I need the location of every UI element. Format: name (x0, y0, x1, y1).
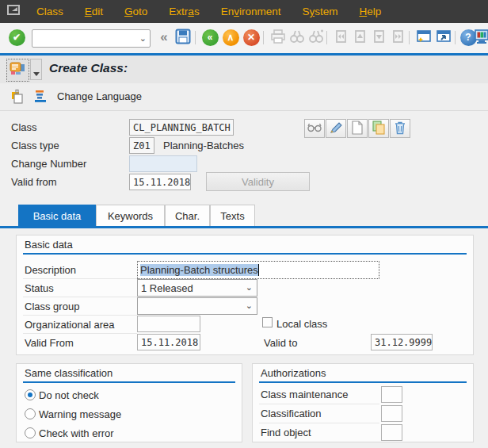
org-area-input[interactable] (137, 316, 200, 332)
collapse-icon: « (160, 29, 167, 45)
change-language-button[interactable] (32, 88, 51, 107)
create-button[interactable] (347, 119, 368, 138)
display-button[interactable] (304, 119, 325, 138)
copy-template-button[interactable] (8, 88, 27, 107)
valid-from-input[interactable]: 15.11.2018 (129, 174, 191, 190)
valid-from-label: Valid from (11, 176, 57, 188)
chevron-down-icon: ⌄ (246, 301, 253, 311)
standard-toolbar: ✔ ⌄ « « ∧ ✕ (0, 23, 488, 53)
change-language-label[interactable]: Change Language (57, 90, 142, 102)
menu-edit[interactable]: Edit (85, 6, 103, 17)
radio-1-label[interactable]: Warning message (39, 408, 121, 420)
tab-char[interactable]: Char. (165, 205, 210, 226)
menu-environment[interactable]: Environment (221, 6, 281, 17)
create-shortcut-button[interactable] (435, 29, 452, 46)
previous-page-button (352, 29, 369, 46)
new-session-icon (416, 29, 432, 47)
class-input[interactable]: CL_PLANNING_BATCH (129, 119, 234, 136)
menu-system[interactable]: System (302, 6, 337, 17)
find-icon (289, 29, 305, 47)
local-class-checkbox[interactable] (262, 317, 273, 327)
description-input[interactable]: Planning-Batch structures (137, 261, 379, 279)
title-bar: Create Class: (0, 56, 488, 83)
basic-data-group: Basic data Description Planning-Batch st… (16, 235, 474, 355)
class-group-label: Class group (25, 301, 79, 312)
status-dropdown[interactable]: 1 Released ⌄ (137, 279, 257, 297)
validity-button: Validity (206, 172, 310, 191)
copy-template-icon (10, 89, 25, 107)
tab-texts[interactable]: Texts (210, 205, 255, 226)
enter-button[interactable]: ✔ (8, 29, 25, 46)
delete-button[interactable] (390, 119, 410, 138)
chevron-down-icon (33, 72, 40, 76)
tab-basic-data[interactable]: Basic data (18, 205, 96, 226)
class-group-dropdown[interactable]: ⌄ (137, 297, 257, 315)
back-button[interactable]: « (201, 29, 219, 46)
copy-button[interactable] (368, 119, 389, 138)
customize-layout-button[interactable] (475, 29, 488, 46)
title-menu-arrow-button[interactable] (30, 59, 42, 80)
next-page-icon (372, 29, 387, 47)
menu-goto[interactable]: Goto (124, 6, 147, 17)
services-for-object-button[interactable] (6, 59, 29, 82)
group-accent-line (23, 381, 235, 383)
create-shortcut-icon (436, 29, 452, 47)
valid-from-tab-input[interactable]: 15.11.2018 (137, 334, 200, 350)
class-maintenance-label: Class maintenance (261, 389, 349, 400)
new-session-button[interactable] (415, 29, 433, 46)
menu-class[interactable]: Class (36, 6, 63, 17)
valid-to-label: Valid to (264, 337, 297, 349)
screen-title: Create Class: (49, 61, 128, 75)
find-object-input[interactable] (381, 424, 402, 441)
back-icon: « (202, 29, 219, 46)
radio-0[interactable] (25, 389, 36, 400)
last-page-button (390, 29, 407, 46)
first-page-icon (334, 29, 349, 47)
radio-0-label[interactable]: Do not check (39, 389, 99, 401)
command-dropdown-icon[interactable]: ⌄ (139, 33, 147, 44)
exit-button[interactable]: ∧ (222, 29, 239, 46)
system-menu-icon[interactable] (7, 5, 22, 19)
class-type-input[interactable]: Z01 (129, 137, 154, 154)
radio-2[interactable] (25, 427, 36, 438)
chevron-down-icon: ⌄ (246, 282, 253, 293)
find-button (288, 29, 306, 46)
same-classification-group-title: Same classification (25, 367, 112, 379)
save-button[interactable] (174, 29, 192, 46)
authorizations-group-title: Authorizations (261, 367, 326, 379)
class-label: Class (11, 121, 37, 133)
text-caret (258, 264, 259, 276)
tabstrip-accent-line (0, 226, 488, 228)
class-type-description: Planning-Batches (163, 140, 244, 151)
tab-keywords[interactable]: Keywords (96, 205, 165, 226)
valid-from-tab-label: Valid From (25, 337, 74, 349)
save-icon (175, 29, 191, 47)
menu-help[interactable]: Help (359, 6, 381, 17)
new-page-icon (351, 121, 364, 137)
menu-extras[interactable]: Extras (169, 6, 199, 17)
class-type-label: Class type (11, 140, 59, 151)
cancel-button[interactable]: ✕ (242, 29, 260, 46)
authorizations-group: Authorizations Class maintenance Classif… (252, 363, 474, 442)
group-accent-line (259, 381, 467, 383)
last-page-icon (391, 29, 406, 47)
next-page-button (371, 29, 388, 46)
local-class-label: Local class (276, 318, 327, 330)
sap-window: Class Edit Goto Extras Environment Syste… (0, 0, 488, 448)
change-button[interactable] (326, 119, 346, 138)
radio-1[interactable] (25, 408, 36, 419)
valid-to-input[interactable]: 31.12.9999 (371, 334, 433, 350)
classification-input[interactable] (381, 405, 402, 422)
command-field[interactable]: ⌄ (32, 29, 151, 48)
status-label: Status (25, 282, 54, 294)
collapse-command-button[interactable]: « (155, 29, 173, 46)
first-page-button (333, 29, 350, 46)
same-classification-group: Same classification Do not check Warning… (16, 363, 242, 442)
description-label: Description (25, 264, 76, 276)
enter-check-icon: ✔ (9, 29, 25, 46)
application-toolbar: Change Language (0, 83, 488, 111)
find-next-icon (308, 29, 324, 47)
radio-2-label[interactable]: Check with error (39, 427, 114, 439)
menu-bar: Class Edit Goto Extras Environment Syste… (0, 0, 488, 23)
class-maintenance-input[interactable] (381, 386, 402, 403)
